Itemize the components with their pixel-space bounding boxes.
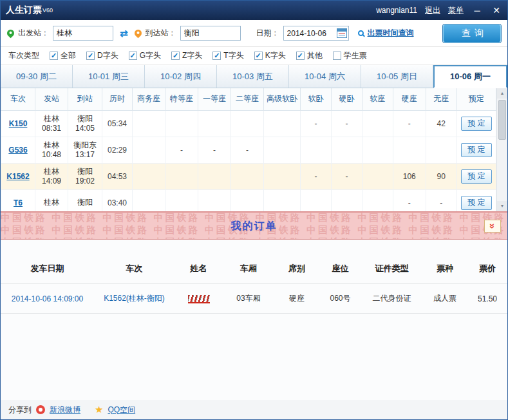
filter-option[interactable]: T字头 (212, 50, 243, 61)
train-table-header-row: 车次发站到站历时商务座特等座一等座二等座高级软卧软卧硬卧软座硬座无座预定 (1, 88, 496, 110)
scrollbar-thumb[interactable] (498, 100, 506, 140)
weibo-share-link[interactable]: 新浪微博 (50, 405, 80, 415)
seat-availability-cell (132, 163, 165, 189)
minimize-icon[interactable] (471, 6, 483, 15)
filter-option-label: T字头 (223, 50, 243, 61)
book-button[interactable]: 预 定 (461, 143, 492, 157)
seat-availability-cell (132, 137, 165, 163)
date-tab[interactable]: 09-30 周二 (1, 65, 73, 88)
station-cell: 衡阳19:02 (68, 163, 102, 189)
menu-link[interactable]: 菜单 (448, 5, 464, 16)
book-cell: 预 定 (456, 163, 496, 189)
order-carriage: 03车厢 (223, 284, 274, 314)
train-number-link[interactable]: K150 (9, 119, 28, 128)
checkbox-icon[interactable] (296, 52, 305, 60)
duration-cell: 04:53 (102, 163, 133, 189)
search-icon (358, 30, 364, 36)
logout-link[interactable]: 退出 (425, 5, 440, 16)
train-column-header: 硬卧 (331, 88, 362, 110)
date-tab[interactable]: 10-02 周四 (145, 65, 217, 88)
chevron-down-icon (490, 220, 495, 232)
checkbox-icon[interactable] (333, 52, 341, 60)
checkbox-icon[interactable] (129, 52, 137, 60)
checkbox-icon[interactable] (50, 52, 58, 60)
collapse-orders-button[interactable] (484, 220, 501, 233)
book-cell: 预 定 (456, 189, 496, 211)
order-passenger-name (174, 284, 223, 314)
train-column-header: 硬座 (393, 88, 426, 110)
seat-availability-cell (263, 137, 300, 163)
train-column-header: 软卧 (301, 88, 332, 110)
filter-option[interactable]: 学生票 (333, 50, 367, 61)
checkbox-icon[interactable] (254, 52, 263, 60)
station-cell: 桂林10:48 (35, 137, 68, 163)
train-number-link[interactable]: G536 (8, 146, 27, 155)
station-cell: 衡阳 (68, 189, 102, 211)
seat-availability-cell: - (331, 163, 362, 189)
scroll-down-icon[interactable] (497, 201, 507, 211)
filter-option-label: Z字头 (182, 50, 202, 61)
book-cell: 预 定 (456, 110, 496, 137)
filter-option[interactable]: K字头 (254, 50, 286, 61)
seat-availability-cell (362, 189, 393, 211)
station-cell: 桂林14:09 (35, 163, 68, 189)
seat-availability-cell (132, 110, 165, 137)
checkbox-icon[interactable] (86, 52, 95, 60)
filter-option[interactable]: 其他 (296, 50, 323, 61)
station-cell: 桂林08:31 (35, 110, 68, 137)
scroll-up-icon[interactable] (497, 88, 507, 99)
seat-availability-cell (301, 189, 332, 211)
orders-column-header: 票种 (422, 259, 467, 284)
train-number-link[interactable]: T6 (14, 198, 23, 207)
to-label: 到达站： (146, 28, 176, 39)
filter-option[interactable]: D字头 (86, 50, 118, 61)
checkbox-icon[interactable] (171, 52, 180, 60)
book-button[interactable]: 预 定 (461, 117, 492, 131)
seat-availability-cell (362, 110, 393, 137)
swap-stations-icon[interactable] (120, 28, 128, 39)
from-station-input[interactable] (53, 26, 113, 41)
seat-availability-cell: - (198, 137, 230, 163)
seat-availability-cell: - (331, 110, 362, 137)
checkbox-icon[interactable] (212, 52, 221, 60)
filter-option[interactable]: Z字头 (171, 50, 202, 61)
weibo-icon (36, 405, 45, 414)
order-train: K1562(桂林-衡阳) (94, 284, 174, 314)
ticket-time-query-link[interactable]: 出票时间查询 (368, 28, 414, 39)
train-column-header: 历时 (102, 88, 133, 110)
seat-availability-cell (263, 163, 300, 189)
date-tab[interactable]: 10-05 周日 (361, 65, 433, 88)
arrival-pin-icon (133, 28, 143, 39)
date-tab-active[interactable]: 10-06 周一 (433, 65, 507, 88)
filter-option[interactable]: 全部 (50, 50, 76, 61)
date-tab[interactable]: 10-04 周六 (289, 65, 361, 88)
app-title: 人生订票 (6, 5, 42, 16)
titlebar: 人生订票 V60 wangnian11 退出 菜单 (1, 1, 507, 20)
date-tab[interactable]: 10-01 周三 (73, 65, 145, 88)
seat-availability-cell (198, 163, 230, 189)
filter-group-label: 车次类型 (8, 50, 39, 61)
orders-header-row: 发车日期车次姓名车厢席别座位证件类型票种票价 (1, 259, 507, 284)
seat-availability-cell (230, 163, 263, 189)
order-seat-number: 060号 (319, 284, 361, 314)
to-station-input[interactable] (180, 26, 241, 41)
date-input[interactable] (284, 26, 337, 40)
train-column-header: 商务座 (132, 88, 165, 110)
orders-column-header: 车厢 (223, 259, 274, 284)
qzone-share-link[interactable]: QQ空间 (108, 405, 135, 415)
train-column-header: 特等座 (165, 88, 198, 110)
book-button[interactable]: 预 定 (461, 169, 492, 184)
calendar-icon[interactable] (337, 28, 347, 38)
query-button[interactable]: 查询 (443, 24, 501, 43)
filter-option[interactable]: G字头 (129, 50, 161, 61)
train-row: G536桂林10:48衡阳东13:1702:29---预 定 (1, 137, 496, 163)
book-button[interactable]: 预 定 (461, 196, 492, 210)
train-number-link[interactable]: K1562 (6, 172, 29, 181)
close-icon[interactable] (491, 5, 502, 15)
seat-availability-cell (393, 137, 426, 163)
train-column-header: 高级软卧 (263, 88, 300, 110)
seat-availability-cell (301, 137, 332, 163)
date-tab[interactable]: 10-03 周五 (217, 65, 289, 88)
scrollbar[interactable] (496, 88, 507, 211)
app-window: 人生订票 V60 wangnian11 退出 菜单 出发站： 到达站： 日期： … (0, 0, 508, 420)
